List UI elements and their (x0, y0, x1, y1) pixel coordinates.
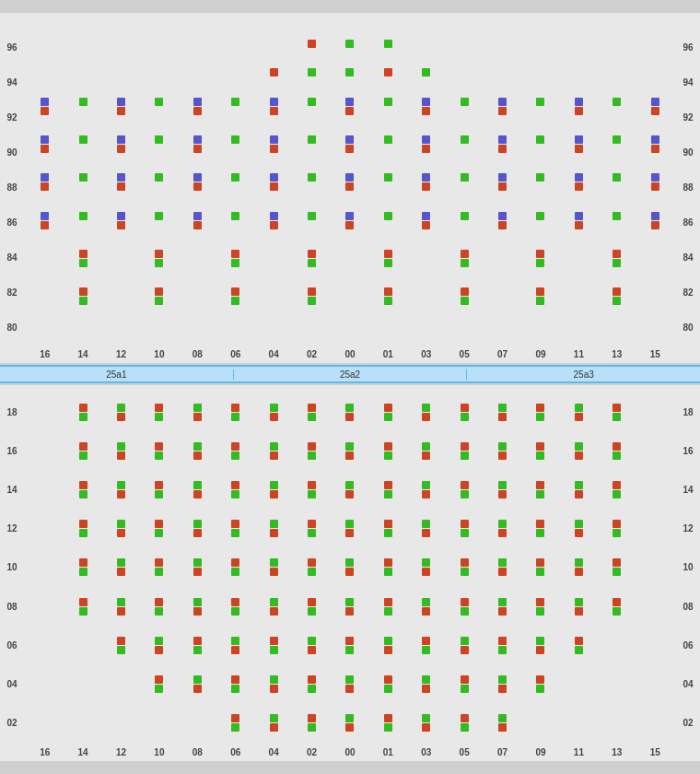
seat[interactable] (270, 452, 278, 460)
seat[interactable] (384, 481, 392, 489)
seat[interactable] (345, 442, 354, 451)
seat[interactable] (155, 529, 163, 537)
seat[interactable] (498, 145, 507, 153)
seat[interactable] (155, 520, 163, 528)
seat[interactable] (79, 404, 88, 412)
seat[interactable] (384, 173, 392, 182)
seat[interactable] (270, 607, 278, 616)
seat[interactable] (155, 685, 163, 693)
seat[interactable] (498, 568, 507, 576)
seat[interactable] (117, 212, 125, 220)
seat[interactable] (461, 297, 469, 305)
seat[interactable] (117, 145, 125, 153)
seat[interactable] (308, 529, 316, 537)
seat[interactable] (422, 598, 430, 606)
seat[interactable] (231, 481, 239, 489)
seat[interactable] (384, 135, 392, 144)
seat[interactable] (575, 646, 583, 654)
seat[interactable] (422, 520, 430, 528)
seat[interactable] (117, 598, 125, 606)
seat[interactable] (422, 637, 430, 645)
seat[interactable] (461, 607, 469, 616)
seat[interactable] (575, 173, 583, 182)
seat[interactable] (498, 107, 507, 115)
seat[interactable] (498, 529, 507, 537)
seat[interactable] (575, 107, 583, 115)
seat[interactable] (422, 481, 430, 489)
seat[interactable] (231, 675, 239, 684)
seat[interactable] (308, 98, 316, 106)
seat[interactable] (422, 723, 430, 732)
seat[interactable] (536, 287, 544, 296)
seat[interactable] (231, 173, 239, 182)
seat[interactable] (117, 637, 125, 645)
seat[interactable] (117, 452, 125, 460)
seat[interactable] (155, 297, 163, 305)
seat[interactable] (612, 135, 621, 144)
seat[interactable] (231, 452, 239, 460)
seat[interactable] (651, 98, 659, 106)
seat[interactable] (41, 173, 49, 182)
seat[interactable] (231, 212, 239, 220)
seat[interactable] (231, 490, 239, 498)
seat[interactable] (498, 714, 507, 722)
seat[interactable] (41, 145, 49, 153)
seat[interactable] (461, 287, 469, 296)
seat[interactable] (612, 442, 621, 451)
seat[interactable] (308, 490, 316, 498)
seat[interactable] (270, 442, 278, 451)
seat[interactable] (193, 520, 202, 528)
seat[interactable] (308, 637, 316, 645)
seat[interactable] (575, 529, 583, 537)
seat[interactable] (193, 404, 202, 412)
seat[interactable] (345, 520, 354, 528)
seat[interactable] (384, 98, 392, 106)
seat[interactable] (193, 637, 202, 645)
seat[interactable] (536, 568, 544, 576)
seat[interactable] (345, 413, 354, 421)
seat[interactable] (498, 490, 507, 498)
seat[interactable] (498, 182, 507, 191)
seat[interactable] (308, 607, 316, 616)
seat[interactable] (384, 68, 392, 76)
seat[interactable] (384, 490, 392, 498)
seat[interactable] (155, 173, 163, 182)
seat[interactable] (41, 98, 49, 106)
seat[interactable] (308, 452, 316, 460)
seat[interactable] (536, 173, 544, 182)
seat[interactable] (612, 173, 621, 182)
seat[interactable] (345, 173, 354, 182)
seat[interactable] (308, 259, 316, 267)
seat[interactable] (575, 490, 583, 498)
seat[interactable] (651, 145, 659, 153)
seat[interactable] (536, 598, 544, 606)
seat[interactable] (461, 135, 469, 144)
seat[interactable] (345, 145, 354, 153)
seat[interactable] (422, 413, 430, 421)
seat[interactable] (422, 685, 430, 693)
seat[interactable] (384, 212, 392, 220)
seat[interactable] (384, 452, 392, 460)
seat[interactable] (575, 558, 583, 567)
seat[interactable] (308, 481, 316, 489)
seat[interactable] (384, 529, 392, 537)
seat[interactable] (231, 259, 239, 267)
seat[interactable] (155, 646, 163, 654)
seat[interactable] (612, 568, 621, 576)
seat[interactable] (193, 135, 202, 144)
seat[interactable] (270, 145, 278, 153)
seat[interactable] (155, 413, 163, 421)
seat[interactable] (345, 135, 354, 144)
seat[interactable] (270, 68, 278, 76)
seat[interactable] (498, 404, 507, 412)
seat[interactable] (345, 558, 354, 567)
seat[interactable] (536, 259, 544, 267)
seat[interactable] (155, 135, 163, 144)
seat[interactable] (231, 135, 239, 144)
seat[interactable] (270, 182, 278, 191)
seat[interactable] (231, 413, 239, 421)
seat[interactable] (461, 413, 469, 421)
seat[interactable] (79, 520, 88, 528)
seat[interactable] (422, 135, 430, 144)
seat[interactable] (155, 675, 163, 684)
